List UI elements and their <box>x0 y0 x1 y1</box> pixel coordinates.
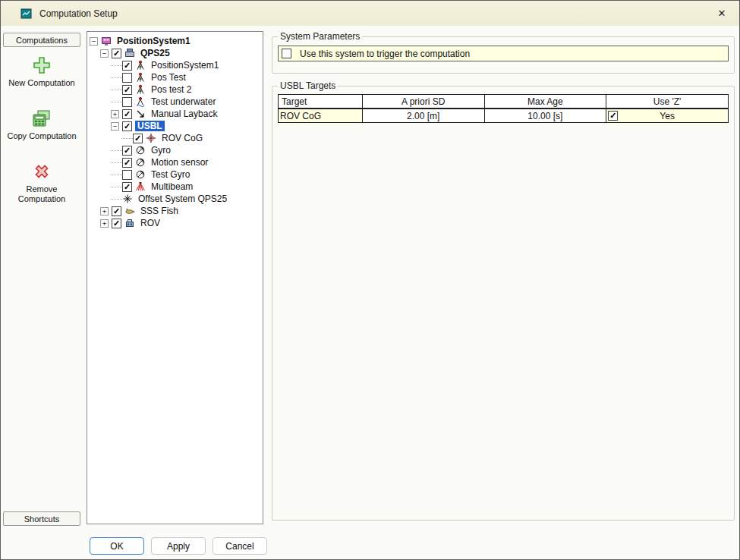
tree-item-test-underwater[interactable]: Test underwater <box>90 96 263 108</box>
collapse-toggle-icon[interactable]: − <box>111 122 119 131</box>
tree-label[interactable]: PositionSystem1 <box>115 36 193 46</box>
tree-item-gyro[interactable]: ✓Gyro <box>90 144 263 156</box>
tree-connector <box>121 138 133 139</box>
position-antenna-icon <box>135 84 146 95</box>
tree-checkbox[interactable] <box>122 170 132 180</box>
system-parameters-group: System Parameters Use this system to tri… <box>272 31 735 74</box>
a-priori-sd-cell[interactable]: 2.00 [m] <box>362 109 484 123</box>
computations-tab[interactable]: Computations <box>3 33 80 47</box>
systems-tree[interactable]: −PositionSystem1−✓QPS25✓PositionSystem1P… <box>87 31 263 524</box>
tree-label[interactable]: Test underwater <box>149 96 218 107</box>
tree-label[interactable]: Test Gyro <box>149 169 192 180</box>
target-cell[interactable]: ROV CoG <box>279 109 363 123</box>
tree-item-manual-layback[interactable]: +✓Manual Layback <box>90 108 263 120</box>
tree-checkbox[interactable]: ✓ <box>122 182 132 192</box>
action-label: Remove Computation <box>5 184 78 204</box>
collapse-toggle-icon[interactable]: − <box>90 37 98 46</box>
shortcuts-tab[interactable]: Shortcuts <box>3 511 80 526</box>
tree-checkbox[interactable]: ✓ <box>122 146 132 156</box>
tree-checkbox[interactable] <box>122 73 132 83</box>
tree-checkbox[interactable]: ✓ <box>112 49 121 58</box>
tree-checkbox[interactable]: ✓ <box>122 61 132 71</box>
action-label: Copy Computation <box>7 131 76 141</box>
tree-item-test-gyro[interactable]: Test Gyro <box>90 168 263 181</box>
trigger-label: Use this system to trigger the computati… <box>300 49 470 59</box>
trigger-field[interactable]: Use this system to trigger the computati… <box>278 46 729 61</box>
trigger-checkbox[interactable] <box>282 49 291 58</box>
cancel-button[interactable]: Cancel <box>213 537 267 555</box>
tree-label[interactable]: PositionSystem1 <box>149 60 221 71</box>
target-row-rov-cog[interactable]: ROV CoG2.00 [m]10.00 [s]✓Yes <box>279 109 729 123</box>
tree-connector <box>111 175 122 175</box>
crosshair-icon <box>146 133 157 143</box>
computation-setup-window: Computation Setup ✕ Computations New Com… <box>0 0 740 560</box>
new-computation-icon <box>33 56 51 74</box>
use-z-cell[interactable]: ✓Yes <box>606 109 729 123</box>
position-antenna-icon <box>135 72 146 83</box>
position-system-icon <box>101 36 112 46</box>
tree-item-sss-fish[interactable]: +✓SSS Fish <box>90 205 263 217</box>
sidebar: Computations New ComputationCopy Computa… <box>3 33 80 526</box>
use-z-checkbox[interactable]: ✓ <box>608 111 618 121</box>
tree-checkbox[interactable]: ✓ <box>122 158 132 168</box>
max-age-cell[interactable]: 10.00 [s] <box>484 109 606 123</box>
tree-label[interactable]: Offset System QPS25 <box>136 193 229 204</box>
tree-item-usbl[interactable]: −✓USBL <box>90 120 263 132</box>
gyro-icon <box>135 145 146 156</box>
expand-toggle-icon[interactable]: + <box>111 110 119 118</box>
tree-checkbox[interactable]: ✓ <box>122 109 132 119</box>
column-header-a-priori-sd: A priori SD <box>362 95 484 109</box>
copy-computation-button[interactable]: Copy Computation <box>5 109 78 141</box>
expand-toggle-icon[interactable]: + <box>100 219 109 228</box>
remove-computation-button[interactable]: Remove Computation <box>5 162 78 204</box>
tree-checkbox[interactable]: ✓ <box>112 206 121 216</box>
action-label: New Computation <box>8 78 74 88</box>
tree-item-pos-test-2[interactable]: ✓Pos test 2 <box>90 83 263 96</box>
tree-label[interactable]: Multibeam <box>149 181 195 192</box>
remove-computation-icon <box>33 162 51 181</box>
usbl-targets-table: TargetA priori SDMax AgeUse 'Z'ROV CoG2.… <box>278 94 729 123</box>
tree-connector <box>111 102 122 102</box>
tree-label[interactable]: Pos test 2 <box>149 84 194 95</box>
use-z-value: Yes <box>660 111 675 121</box>
tree-item-multibeam[interactable]: ✓Multibeam <box>90 181 263 193</box>
expand-toggle-icon[interactable]: + <box>100 207 109 216</box>
tree-checkbox[interactable]: ✓ <box>112 219 121 228</box>
tree-label[interactable]: Gyro <box>149 145 173 156</box>
tree-connector <box>111 77 122 78</box>
usbl-targets-title: USBL Targets <box>278 80 338 91</box>
column-header-use-z: Use 'Z' <box>606 95 729 109</box>
tree-item-motion-sensor[interactable]: ✓Motion sensor <box>90 156 263 168</box>
tree-label[interactable]: SSS Fish <box>138 206 181 216</box>
tree-item-positionsystem1[interactable]: ✓PositionSystem1 <box>90 59 263 71</box>
tree-label[interactable]: Manual Layback <box>149 109 219 119</box>
tree-connector <box>111 65 122 66</box>
tree-label[interactable]: QPS25 <box>138 48 172 58</box>
column-header-target: Target <box>279 95 363 109</box>
tree-item-qps25[interactable]: −✓QPS25 <box>90 47 263 59</box>
tree-item-positionsystem1[interactable]: −PositionSystem1 <box>90 35 263 47</box>
tree-label[interactable]: ROV <box>138 218 162 228</box>
close-icon[interactable]: ✕ <box>704 1 739 26</box>
tree-item-offset-system-qps25[interactable]: Offset System QPS25 <box>90 193 263 205</box>
tree-label[interactable]: Pos Test <box>149 72 188 83</box>
tree-checkbox[interactable]: ✓ <box>133 134 143 143</box>
tree-checkbox[interactable] <box>122 97 132 107</box>
collapse-toggle-icon[interactable]: − <box>100 49 109 58</box>
tree-item-rov-cog[interactable]: ✓ROV CoG <box>90 132 263 144</box>
apply-button[interactable]: Apply <box>151 537 206 555</box>
tree-item-rov[interactable]: +✓ROV <box>90 217 263 229</box>
tree-label[interactable]: Motion sensor <box>149 157 210 168</box>
tree-label[interactable]: USBL <box>135 121 165 131</box>
tree-item-pos-test[interactable]: Pos Test <box>90 71 263 83</box>
sss-fish-icon <box>124 206 136 216</box>
underwater-sensor-icon <box>135 96 146 107</box>
tree-checkbox[interactable]: ✓ <box>122 85 132 95</box>
tree-checkbox[interactable]: ✓ <box>122 121 132 131</box>
ok-button[interactable]: OK <box>90 537 144 555</box>
tree-label[interactable]: ROV CoG <box>159 133 205 143</box>
new-computation-button[interactable]: New Computation <box>5 56 78 88</box>
copy-computation-icon <box>32 109 52 127</box>
tree-connector <box>111 162 122 163</box>
system-parameters-title: System Parameters <box>278 31 362 42</box>
